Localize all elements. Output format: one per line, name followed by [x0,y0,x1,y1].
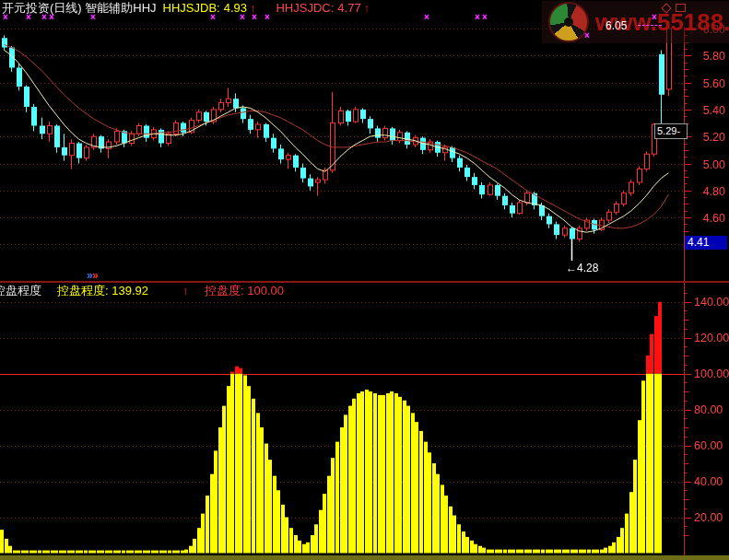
indicator-axis-label: 40.00 [694,475,723,488]
highest-price-annotation: 6.05 [606,19,627,32]
site-logo-icon [548,2,589,42]
indicator-axis-label: 120.00 [694,332,729,344]
indicator-axis-label: 60.00 [694,439,723,452]
price-axis-label: 5.80 [703,50,725,63]
indicator-axis-label: 140.00 [694,296,729,309]
indicator-axis-label: 100.00 [694,368,729,380]
highest-price-pointer-line [638,25,662,26]
kongpandu-label-value: 控盘度: 100.00 [205,284,284,298]
gap-price-callout: 5.29- [654,123,688,139]
indicator-axis-label: 80.00 [694,403,723,416]
price-axis-label: 4.80 [703,185,725,198]
price-axis-label: 5.60 [703,77,725,90]
window-bottom-edge [0,555,729,560]
signal-marker-icon: × [475,12,480,22]
up-arrow-icon: ↑ [182,284,189,298]
lowest-price-annotation: ←4.28 [566,262,598,274]
indicator-hhjsjdc-label: HHJSJDC: [276,1,334,16]
indicator-hhjsjdb-value: 4.93 [224,1,247,16]
indicator-hhjsjdc-value: 4.77 [337,1,360,16]
price-axis-label: 5.40 [703,104,725,117]
price-axis-label: 5.00 [703,158,725,171]
panel-separator [0,281,729,283]
chart-title: 开元投资(日线) 智能辅助HHJ [2,1,157,16]
signal-marker-icon: × [424,12,429,22]
current-price-badge: 4.41 [685,236,727,250]
indicator-histogram-chart[interactable] [0,283,729,560]
signal-marker-icon: × [584,30,590,41]
restore-window-icon[interactable] [676,4,686,12]
signal-marker-icon: × [652,12,657,22]
signal-marker-icon: × [482,12,488,22]
expand-chevron-icon[interactable]: » [92,270,99,281]
up-arrow-icon: ↑ [364,1,370,16]
stock-app-window: www.55188.com 开元投资(日线) 智能辅助HHJ HHJSJDB: … [0,0,729,560]
indicator-axis-label: 20.00 [694,511,723,524]
indicator-panel-title: 控盘程度 [0,284,41,298]
price-axis-label: 5.20 [703,131,725,144]
kongpan-label-value: 控盘程度: 139.92 [57,284,148,298]
chart-header: 开元投资(日线) 智能辅助HHJ HHJSJDB: 4.93 ↑ HHJSJDC… [2,1,370,16]
indicator-hhjsjdb-label: HHJSJDB: [163,1,220,16]
up-arrow-icon: ↑ [250,1,256,16]
price-axis-label: 4.60 [703,212,725,225]
